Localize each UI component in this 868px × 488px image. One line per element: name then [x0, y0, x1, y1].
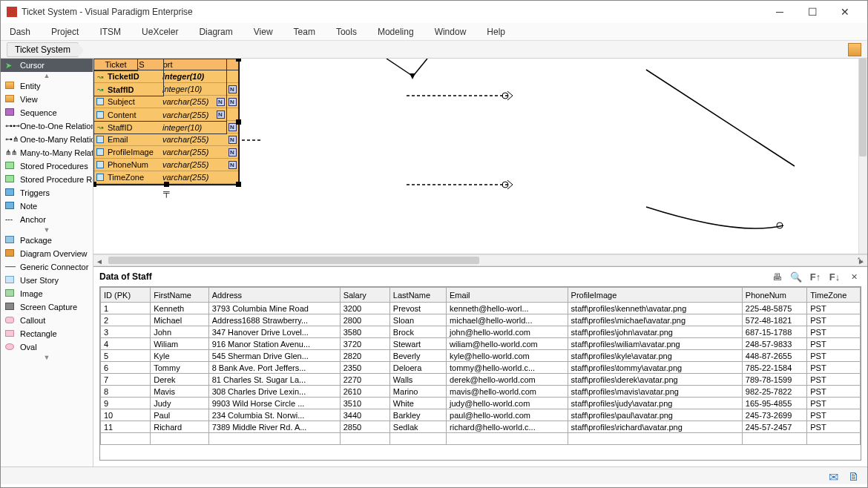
horizontal-scrollbar[interactable]: ◄ ► ⤡: [93, 254, 867, 266]
tool-stored-procedure-resultset[interactable]: Stored Procedure Resultset: [1, 173, 93, 186]
vertical-scrollbar[interactable]: [858, 59, 867, 254]
document-icon[interactable]: 🗎: [848, 470, 860, 482]
table-header[interactable]: TimeZone: [807, 288, 861, 303]
table-header[interactable]: Salary: [340, 288, 389, 303]
tool-package[interactable]: Package: [1, 234, 93, 247]
table-row[interactable]: 7Derek81 Charles St. Sugar La...2270Wall…: [101, 374, 861, 386]
close-panel-icon[interactable]: ✕: [846, 269, 861, 284]
menu-uexceler[interactable]: UeXceler: [142, 27, 178, 37]
table-row[interactable]: 10Paul234 Columbia St. Norwi...3440Barkl…: [101, 409, 861, 421]
table-cell: Mavis: [151, 386, 208, 398]
table-header[interactable]: ID (PK): [101, 288, 151, 303]
table-cell: 165-95-4855: [742, 398, 806, 409]
maximize-button[interactable]: ☐: [796, 1, 829, 22]
tool-diagram-overview[interactable]: Diagram Overview: [1, 247, 93, 260]
table-row[interactable]: 5Kyle545 Sherman Drive Glen...2820Beverl…: [101, 350, 861, 362]
data-table[interactable]: ID (PK)FirstNameAddressSalaryLastNameEma…: [99, 286, 861, 461]
tool-one-to-one[interactable]: ⊶⊷One-to-One Relationship: [1, 119, 93, 133]
toolbox-expand-icon[interactable]: ▲: [1, 72, 93, 79]
menu-team[interactable]: Team: [294, 27, 315, 37]
table-header[interactable]: LastName: [389, 288, 446, 303]
table-cell: mavis@hello-world.com: [447, 386, 568, 398]
table-header[interactable]: ProfileImage: [568, 288, 742, 303]
tool-sequence[interactable]: Sequence: [1, 106, 93, 119]
sort-asc-icon[interactable]: F↑: [808, 269, 823, 284]
table-header[interactable]: FirstName: [151, 288, 208, 303]
scroll-left-icon[interactable]: ◄: [93, 255, 105, 267]
menu-modeling[interactable]: Modeling: [378, 27, 414, 37]
menu-diagram[interactable]: Diagram: [199, 27, 232, 37]
tool-note[interactable]: Note: [1, 200, 93, 213]
menu-tools[interactable]: Tools: [336, 27, 357, 37]
table-row[interactable]: 3John347 Hanover Drive Lovel...3580Brock…: [101, 326, 861, 338]
table-row[interactable]: 1Kenneth3793 Columbia Mine Road3200Prevo…: [101, 303, 861, 314]
nullable-icon: N: [228, 148, 237, 156]
svg-line-9: [507, 96, 513, 100]
print-icon[interactable]: 🖶: [769, 269, 784, 284]
tool-generic-connector[interactable]: ──Generic Connector: [1, 260, 93, 274]
diagram-canvas[interactable]: Preference ↝StaffIDinteger(10) Columnint…: [93, 59, 867, 254]
breadcrumb-item[interactable]: Ticket System: [7, 42, 79, 57]
one-to-one-icon: ⊶⊷: [5, 122, 16, 131]
menu-window[interactable]: Window: [435, 27, 467, 37]
minimize-button[interactable]: ─: [763, 1, 796, 22]
search-icon[interactable]: 🔍: [789, 269, 803, 284]
tool-oval[interactable]: Oval: [1, 340, 93, 354]
resize-grip-icon[interactable]: ⤡: [857, 255, 866, 264]
tool-many-to-many[interactable]: ⋔⋔Many-to-Many Relationship: [1, 146, 93, 159]
tool-label: Entity: [20, 82, 41, 90]
table-row[interactable]: 2MichaelAddress1688 Strawberry...2800Slo…: [101, 314, 861, 326]
tool-callout[interactable]: Callout: [1, 314, 93, 327]
table-header[interactable]: PhoneNum: [742, 288, 806, 303]
table-header[interactable]: Address: [208, 288, 340, 303]
menu-dash[interactable]: Dash: [10, 27, 30, 37]
menu-help[interactable]: Help: [487, 27, 505, 37]
table-cell: staff\profiles\tommy\avatar.png: [568, 362, 742, 374]
table-row[interactable]: 6Tommy8 Bank Ave. Port Jeffers...2350Del…: [101, 362, 861, 374]
nullable-icon: N: [228, 98, 237, 106]
tool-label: Oval: [20, 343, 37, 352]
tool-image[interactable]: Image: [1, 287, 93, 300]
tool-one-to-many[interactable]: ⊶⋔One-to-Many Relationship: [1, 133, 93, 146]
connector-handle-icon[interactable]: ╤: [163, 187, 170, 197]
table-header[interactable]: Email: [447, 288, 568, 303]
resize-handle[interactable]: [236, 182, 241, 187]
menu-view[interactable]: View: [254, 27, 273, 37]
resize-handle[interactable]: [236, 59, 241, 62]
scrollbar-thumb[interactable]: [108, 257, 479, 264]
anchor-icon: ---: [5, 215, 16, 224]
entity-ticket[interactable]: Ticket: [93, 59, 138, 71]
resize-handle[interactable]: [164, 182, 169, 187]
table-row[interactable]: 4Wiliam916 Manor Station Avenu...3720Ste…: [101, 338, 861, 350]
table-cell: PST: [807, 374, 861, 386]
tool-cursor[interactable]: ➤Cursor: [1, 59, 93, 72]
toolbox-expand-icon2[interactable]: ▼: [1, 226, 93, 234]
tool-label: Package: [20, 236, 52, 245]
tool-label: User Story: [20, 276, 59, 285]
tool-user-story[interactable]: User Story: [1, 274, 93, 287]
menu-project[interactable]: Project: [51, 27, 79, 37]
app-logo-icon: [7, 7, 17, 17]
table-cell: 3: [101, 326, 151, 338]
tool-view[interactable]: View: [1, 93, 93, 106]
tool-screen-capture[interactable]: Screen Capture: [1, 300, 93, 314]
tool-triggers[interactable]: Triggers: [1, 186, 93, 200]
resize-handle[interactable]: [236, 119, 241, 125]
tool-rectangle[interactable]: Rectangle: [1, 327, 93, 340]
tool-stored-procedures[interactable]: Stored Procedures: [1, 159, 93, 173]
mail-icon[interactable]: ✉: [829, 470, 841, 482]
diagram-selector-icon[interactable]: [848, 43, 861, 56]
table-row[interactable]: 9Judy9903 Wild Horse Circle ...3510White…: [101, 398, 861, 409]
sort-desc-icon[interactable]: F↓: [827, 269, 842, 284]
toolbox-expand-icon3[interactable]: ▼: [1, 354, 93, 361]
table-row[interactable]: 8Mavis308 Charles Drive Lexin...2610Mari…: [101, 386, 861, 398]
menu-itsm[interactable]: ITSM: [99, 27, 121, 37]
close-button[interactable]: ✕: [829, 1, 861, 22]
tool-anchor[interactable]: ---Anchor: [1, 213, 93, 226]
table-row-empty[interactable]: [101, 433, 861, 445]
resize-handle[interactable]: [93, 182, 96, 187]
table-row[interactable]: 11Richard7389 Middle River Rd. A...2850S…: [101, 421, 861, 433]
col-name: Subject: [106, 97, 161, 106]
table-cell: Kenneth: [151, 303, 208, 314]
tool-entity[interactable]: Entity: [1, 79, 93, 93]
